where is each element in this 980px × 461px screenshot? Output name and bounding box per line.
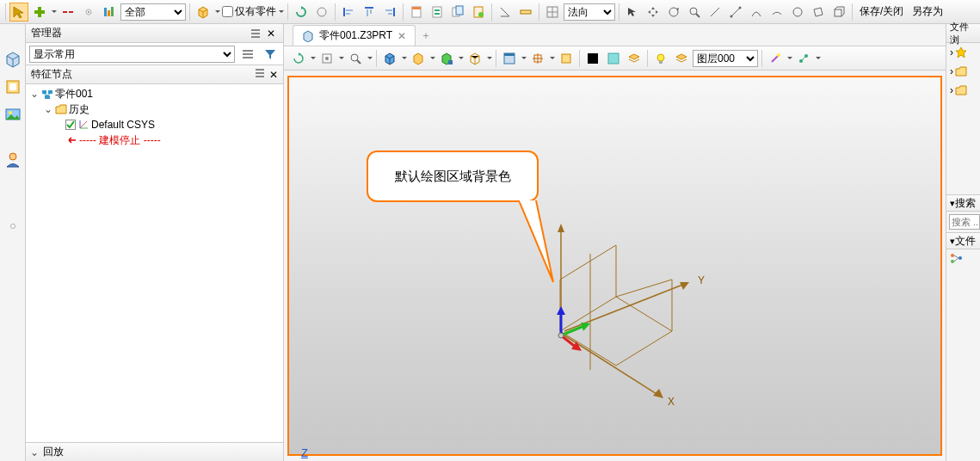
save-close-button[interactable]: 保存/关闭 [856,4,907,19]
tab-label: 零件001.Z3PRT [319,28,392,43]
user-nav-icon[interactable] [2,150,24,169]
window-icon[interactable] [500,49,519,68]
dropdown-arrow[interactable] [549,49,555,68]
arrow-button[interactable] [623,3,642,22]
dropdown-arrow[interactable] [278,3,284,22]
dropdown-arrow[interactable] [429,49,435,68]
green-cube-icon[interactable] [437,49,456,68]
dropdown-arrow[interactable] [338,49,344,68]
circle-button[interactable] [788,3,807,22]
section-menu-icon[interactable] [256,69,268,81]
refresh-button[interactable] [292,3,311,22]
move-button[interactable] [644,3,663,22]
black-swatch-icon[interactable] [583,49,602,68]
checkbox-checked-icon[interactable] [65,120,76,130]
align-left-button[interactable] [339,3,358,22]
feature-section-header[interactable]: 特征节点 ✕ [26,65,283,84]
cube-button[interactable] [194,3,213,22]
tree-root-row[interactable]: ⌄ 零件001 [26,86,283,101]
layer-select[interactable]: 图层000 [693,50,758,67]
tab-close-icon[interactable]: ✕ [398,30,406,42]
view-fit-icon[interactable] [317,49,336,68]
cyan-swatch-icon[interactable] [604,49,623,68]
expand-icon[interactable]: ⌄ [29,88,40,100]
point-tool-button[interactable] [79,3,98,22]
box-button[interactable] [829,3,848,22]
ruler-button[interactable] [516,3,535,22]
dropdown-arrow[interactable] [51,3,57,22]
tree-options-icon[interactable] [238,45,257,64]
right-nav-item[interactable]: › [946,62,980,81]
right-nav-item[interactable]: › [946,81,980,100]
lightbulb-icon[interactable] [651,49,670,68]
doc2-button[interactable] [428,3,447,22]
assembly-nav-icon[interactable] [2,77,24,96]
doc4-button[interactable] [469,3,488,22]
plane-view-icon[interactable] [528,49,547,68]
curve-button[interactable] [747,3,766,22]
measure-icon[interactable] [794,49,813,68]
panel-menu-icon[interactable] [249,27,262,40]
zoom-button[interactable] [685,3,704,22]
panel-close-icon[interactable]: ✕ [264,27,278,40]
dropdown-arrow[interactable] [310,49,316,68]
filter-icon[interactable] [261,45,280,64]
right-nav-item[interactable]: › [946,43,980,62]
line2-button[interactable] [726,3,745,22]
dropdown-arrow[interactable] [401,49,407,68]
only-parts-checkbox[interactable]: 仅有零件 [222,4,276,19]
viewport[interactable]: 默认绘图区域背景色 [287,76,942,456]
playback-bar[interactable]: ⌄ 回放 [26,442,283,461]
layer-stack2-icon[interactable] [672,49,691,68]
doc3-button[interactable] [448,3,467,22]
add-tab-button[interactable]: ＋ [416,25,436,46]
part-nav-icon[interactable] [2,50,24,69]
shaded-cube-icon[interactable] [380,49,399,68]
wand-icon[interactable] [766,49,785,68]
expand-icon[interactable]: ⌄ [43,103,53,115]
document-tab[interactable]: 零件001.Z3PRT ✕ [293,25,416,46]
grid-button[interactable] [543,3,562,22]
tree-history-row[interactable]: ⌄ 历史 [26,101,283,117]
dropdown-arrow[interactable] [214,3,220,22]
search-input[interactable] [949,214,980,230]
wire-cube-icon[interactable] [409,49,428,68]
align-right-button[interactable] [380,3,399,22]
select-tool-button[interactable] [9,3,28,22]
dropdown-arrow[interactable] [521,49,527,68]
iso-cube-icon[interactable] [465,49,484,68]
save-as-button[interactable]: 另存为 [909,4,946,19]
view-refresh-icon[interactable] [289,49,308,68]
zoom-tool-icon[interactable] [346,49,365,68]
align-top-button[interactable] [360,3,379,22]
display-mode-select[interactable]: 显示常用 [29,46,235,63]
splitter-handle[interactable] [10,224,15,229]
angle-button[interactable] [496,3,515,22]
doc1-button[interactable] [407,3,426,22]
plane-button[interactable] [809,3,828,22]
dropdown-arrow[interactable] [815,49,821,68]
tree-csys-row[interactable]: Default CSYS [26,117,283,132]
line-button[interactable] [706,3,724,22]
image-nav-icon[interactable] [2,105,24,124]
dropdown-arrow[interactable] [458,49,464,68]
files-tree-icon[interactable] [946,249,980,268]
add-tool-button[interactable] [30,3,49,22]
layer-stack-icon[interactable] [625,49,644,68]
filter-select[interactable]: 全部 [120,3,186,21]
tree-modelstop-row[interactable]: ----- 建模停止 ----- [26,132,283,148]
section-view-icon[interactable] [557,49,576,68]
bars-tool-button[interactable] [100,3,119,22]
dropdown-arrow[interactable] [486,49,492,68]
dropdown-arrow[interactable] [786,49,792,68]
files-section-header[interactable]: ▾ 文件 [946,232,980,249]
rotate-button[interactable] [664,3,683,22]
dash-tool-button[interactable] [59,3,77,22]
search-section-header[interactable]: ▾ 搜索 [946,194,980,212]
tool-button[interactable] [312,3,331,22]
normal-select[interactable]: 法向 [564,3,615,21]
expand-icon[interactable]: ⌄ [29,446,40,458]
section-close-icon[interactable]: ✕ [269,69,278,81]
arc-button[interactable] [767,3,786,22]
dropdown-arrow[interactable] [367,49,373,68]
